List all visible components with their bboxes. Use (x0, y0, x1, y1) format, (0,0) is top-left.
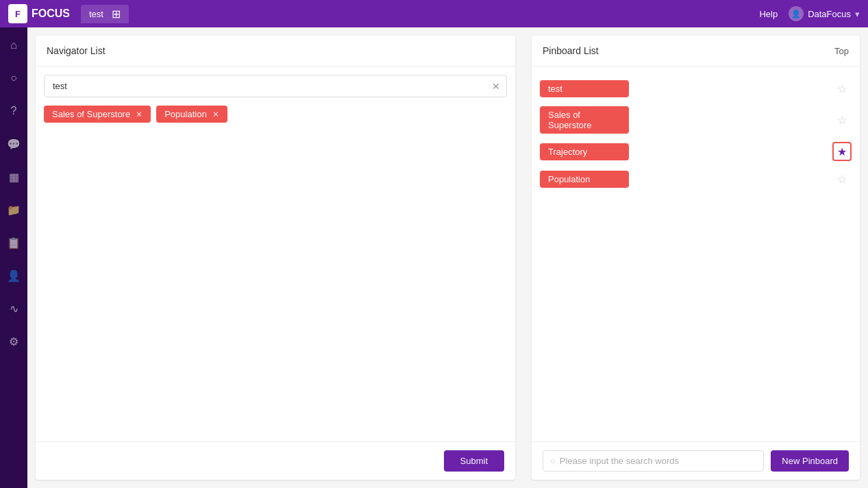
active-tab[interactable]: test ⊞ (81, 5, 129, 23)
star-button-sales[interactable]: ☆ (832, 110, 852, 130)
sidebar-item-folder[interactable]: 📁 (4, 200, 23, 219)
sidebar-item-search[interactable]: ○ (4, 69, 23, 88)
pinboard-header: Pinboard List Top (532, 36, 860, 66)
pinboard-item-population: Population ☆ (540, 165, 852, 193)
navigator-body: ✕ Sales of Superstore ✕ Population ✕ (36, 66, 515, 441)
sidebar-item-user[interactable]: 👤 (4, 266, 23, 285)
pinboard-footer: ○ Please input the search words New Pinb… (532, 441, 860, 480)
topbar-right: Help 👤 DataFocus ▾ (759, 6, 860, 21)
pinboard-panel: Pinboard List Top test ☆ Sales of Supers… (532, 36, 860, 480)
main-layout: ⌂ ○ ? 💬 ▦ 📁 📋 👤 ∿ ⚙ Navigator List ✕ Sa (0, 27, 868, 488)
help-link[interactable]: Help (759, 9, 778, 19)
pinboard-item-test: test ☆ (540, 75, 852, 102)
add-tab-icon[interactable]: ⊞ (112, 8, 121, 21)
pinboard-tag-test[interactable]: test (540, 80, 629, 97)
sidebar-item-analytics[interactable]: ∿ (4, 299, 23, 318)
pinboard-tag-trajectory[interactable]: Trajectory (540, 143, 629, 160)
content-area: Navigator List ✕ Sales of Superstore ✕ P… (27, 27, 868, 488)
pinboard-item-sales: Sales of Superstore ☆ (540, 102, 852, 138)
sidebar-item-question[interactable]: ? (4, 101, 23, 121)
star-button-trajectory[interactable]: ★ (832, 142, 852, 161)
pinboard-tag-sales[interactable]: Sales of Superstore (540, 106, 629, 134)
sidebar: ⌂ ○ ? 💬 ▦ 📁 📋 👤 ∿ ⚙ (0, 27, 27, 488)
sidebar-item-chat[interactable]: 💬 (4, 134, 23, 154)
navigator-search-input[interactable] (44, 75, 507, 97)
navigator-title: Navigator List (47, 45, 106, 56)
search-clear-icon[interactable]: ✕ (492, 81, 500, 92)
pinboard-body: test ☆ Sales of Superstore ☆ Trajectory … (532, 66, 860, 441)
pinboard-search-placeholder: Please input the search words (560, 456, 679, 466)
tag-population-label: Population (164, 109, 206, 119)
logo: F FOCUS (8, 4, 70, 23)
tag-sales-superstore: Sales of Superstore ✕ (44, 106, 151, 123)
tag-population-close[interactable]: ✕ (212, 110, 219, 119)
tag-sales-close[interactable]: ✕ (136, 110, 142, 119)
topbar: F FOCUS test ⊞ Help 👤 DataFocus ▾ (0, 0, 868, 27)
tag-population: Population ✕ (156, 106, 227, 123)
sidebar-item-home[interactable]: ⌂ (4, 36, 23, 55)
tag-sales-label: Sales of Superstore (52, 109, 130, 119)
pinboard-search-container[interactable]: ○ Please input the search words (543, 450, 764, 472)
sidebar-item-clipboard[interactable]: 📋 (4, 233, 23, 252)
star-button-test[interactable]: ☆ (832, 79, 852, 98)
navigator-panel: Navigator List ✕ Sales of Superstore ✕ P… (36, 36, 515, 480)
tab-label: test (89, 9, 103, 19)
user-menu[interactable]: 👤 DataFocus ▾ (789, 6, 860, 21)
pinboard-search-icon: ○ (550, 456, 556, 466)
navigator-header: Navigator List (36, 36, 515, 66)
submit-button[interactable]: Submit (444, 450, 504, 472)
user-dropdown-icon: ▾ (855, 9, 860, 19)
sidebar-item-settings[interactable]: ⚙ (4, 332, 23, 351)
user-avatar: 👤 (789, 6, 804, 21)
logo-text: FOCUS (32, 8, 70, 20)
navigator-search-container: ✕ (44, 75, 507, 97)
star-button-population[interactable]: ☆ (832, 169, 852, 188)
navigator-footer: Submit (36, 441, 515, 480)
pinboard-item-trajectory: Trajectory ★ (540, 138, 852, 165)
tags-container: Sales of Superstore ✕ Population ✕ (44, 106, 507, 123)
sidebar-item-table[interactable]: ▦ (4, 167, 23, 186)
pinboard-tag-population[interactable]: Population (540, 171, 629, 188)
pinboard-top-label: Top (834, 46, 849, 56)
new-pinboard-button[interactable]: New Pinboard (771, 450, 849, 472)
pinboard-title: Pinboard List (543, 45, 599, 56)
user-label: DataFocus (808, 9, 851, 19)
logo-icon: F (8, 4, 27, 23)
